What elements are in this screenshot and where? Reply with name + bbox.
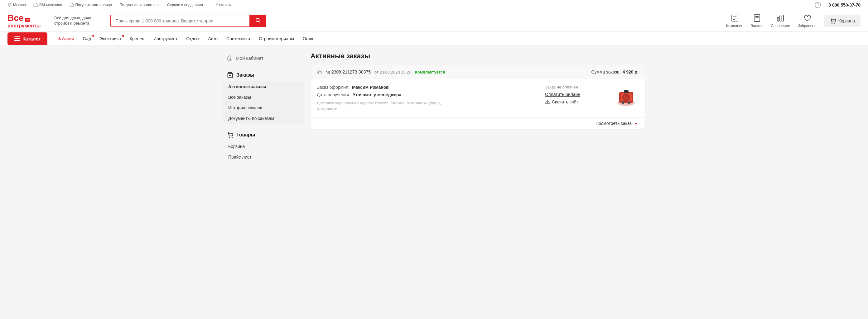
search-icon — [255, 18, 261, 23]
nav-item-auto[interactable]: Авто — [204, 32, 222, 45]
svg-point-13 — [229, 137, 230, 138]
svg-rect-7 — [777, 18, 779, 21]
svg-rect-23 — [622, 101, 624, 104]
search-input[interactable] — [111, 14, 249, 27]
nav-item-electric[interactable]: Электрика — [95, 32, 125, 45]
product-image — [614, 85, 639, 110]
order-address: Доставка курьером по адресу: Россия, Мос… — [317, 100, 539, 111]
order-delivery-date: Дата получения: Уточните у менеджера — [317, 92, 539, 97]
nav-item-sale[interactable]: % Акции — [52, 32, 78, 45]
download-icon — [545, 99, 550, 104]
main-layout: Мой кабинет Заказы Активные заказы Все з… — [216, 46, 652, 173]
orders-icon — [753, 14, 762, 23]
sidebar-goods-items: Корзина Прайс-лист — [223, 141, 304, 162]
heart-icon — [803, 14, 811, 23]
nav-item-office[interactable]: Офис — [299, 32, 319, 45]
chevron-down-icon3 — [633, 121, 639, 126]
logo-tagline: Всё для дома, дачи, стройки и ремонта — [54, 15, 104, 26]
topbar: Москва 234 магазина Покупать как юрлицо … — [0, 0, 868, 10]
svg-line-4 — [259, 21, 260, 22]
nav-item-garden[interactable]: Сад — [79, 32, 95, 45]
download-invoice-link[interactable]: Скачать счёт — [545, 99, 607, 104]
nav-item-leisure[interactable]: Отдых — [182, 32, 204, 45]
sidebar-item-pricelist[interactable]: Прайс-лист — [223, 152, 304, 162]
order-body: Заказ оформил: Максим Романов Дата получ… — [311, 79, 645, 117]
compare-link[interactable]: Сравнение — [771, 14, 790, 28]
svg-point-11 — [835, 23, 835, 24]
company-link[interactable]: Компания — [726, 14, 743, 28]
hamburger-icon — [14, 36, 20, 41]
sidebar-item-active-orders[interactable]: Активные заказы — [223, 81, 304, 92]
svg-rect-2 — [70, 4, 74, 6]
svg-rect-8 — [779, 16, 781, 21]
sidebar-goods-title[interactable]: Товары — [223, 129, 304, 141]
chevron-down-icon — [156, 3, 160, 7]
page-title: Активные заказы — [311, 52, 645, 60]
nav-items: % Акции Сад Электрика Крепеж Инструмент … — [52, 32, 319, 45]
city-selector[interactable]: Москва — [7, 3, 26, 7]
nav-item-materials[interactable]: Стройматериалы — [254, 32, 299, 45]
order-footer: Посмотреть заказ — [311, 118, 645, 129]
sidebar-item-cart[interactable]: Корзина — [223, 141, 304, 152]
main-nav: Каталог % Акции Сад Электрика Крепеж Инс… — [0, 32, 868, 46]
nav-item-plumbing[interactable]: Сантехника — [222, 32, 254, 45]
copy-icon[interactable] — [317, 69, 322, 74]
order-number[interactable]: № 2308-211273-30375 — [326, 69, 371, 74]
sidebar: Мой кабинет Заказы Активные заказы Все з… — [223, 52, 304, 167]
compare-icon — [776, 14, 785, 23]
product-thumbnail — [615, 86, 638, 109]
cart-button[interactable]: Корзина — [824, 14, 861, 27]
svg-rect-15 — [319, 71, 321, 74]
order-header: № 2308-211273-30375 от 23.08.2023 15:26 … — [311, 65, 645, 79]
order-card: № 2308-211273-30375 от 23.08.2023 15:26 … — [311, 65, 645, 129]
search-button[interactable] — [249, 14, 266, 27]
sidebar-cabinet-section: Мой кабинет — [223, 52, 304, 64]
logo[interactable]: Все ру инструменты — [7, 13, 45, 28]
sidebar-goods-section: Товары Корзина Прайс-лист — [223, 129, 304, 162]
sidebar-item-all-orders[interactable]: Все заказы — [223, 92, 304, 102]
sidebar-orders-title[interactable]: Заказы — [223, 69, 304, 81]
header: Все ру инструменты Всё для дома, дачи, с… — [0, 10, 868, 32]
briefcase-icon — [69, 3, 74, 7]
help-icon[interactable]: ? — [815, 2, 821, 8]
nav-item-tools[interactable]: Инструмент — [149, 32, 182, 45]
cart-sidebar-icon — [227, 132, 233, 138]
sidebar-orders-submenu: Активные заказы Все заказы История покуп… — [223, 81, 304, 124]
payment-status: Заказ не оплачен — [545, 85, 607, 89]
svg-rect-9 — [782, 15, 783, 21]
order-date: от 23.08.2023 15:26 — [374, 70, 411, 74]
svg-point-10 — [832, 23, 832, 24]
sidebar-item-purchase-history[interactable]: История покупок — [223, 102, 304, 113]
topbar-right: ? 8 800 550-37-70 — [815, 2, 861, 8]
home-icon — [227, 55, 232, 61]
svg-point-3 — [256, 19, 259, 22]
svg-rect-6 — [754, 14, 760, 22]
main-content: Активные заказы № 2308-211273-30375 от 2… — [311, 52, 645, 167]
nav-item-fasteners[interactable]: Крепеж — [125, 32, 149, 45]
stores-count[interactable]: 234 магазина — [33, 3, 62, 7]
sidebar-item-order-docs[interactable]: Документы по заказам — [223, 113, 304, 124]
pay-online-link[interactable]: Оплатить онлайн — [545, 92, 607, 97]
catalog-button[interactable]: Каталог — [7, 32, 48, 45]
buy-as-entity[interactable]: Покупать как юрлицо — [69, 3, 112, 7]
phone-number[interactable]: 8 800 550-37-70 — [828, 2, 861, 7]
svg-rect-22 — [624, 90, 628, 93]
chevron-down-icon2 — [204, 3, 208, 7]
location-icon — [7, 3, 12, 7]
sidebar-orders-section: Заказы Активные заказы Все заказы Истори… — [223, 69, 304, 124]
store-icon — [33, 3, 38, 7]
delivery-payment[interactable]: Получение и оплата — [119, 3, 160, 7]
service-support[interactable]: Сервис и поддержка — [167, 3, 208, 7]
view-order-button[interactable]: Посмотреть заказ — [595, 121, 639, 126]
search-bar — [111, 14, 266, 27]
order-status: Комплектуется — [415, 70, 445, 74]
order-payment: Заказ не оплачен Оплатить онлайн Скачать… — [545, 85, 607, 104]
svg-rect-1 — [34, 4, 37, 6]
contacts[interactable]: Контакты — [215, 3, 231, 7]
order-placed-by: Заказ оформил: Максим Романов — [317, 85, 539, 90]
orders-link[interactable]: Заказы — [751, 14, 763, 28]
favorites-link[interactable]: Избранное — [798, 14, 816, 28]
nav-dot2 — [122, 35, 124, 37]
svg-point-21 — [624, 95, 628, 100]
sidebar-item-cabinet[interactable]: Мой кабинет — [223, 52, 304, 64]
